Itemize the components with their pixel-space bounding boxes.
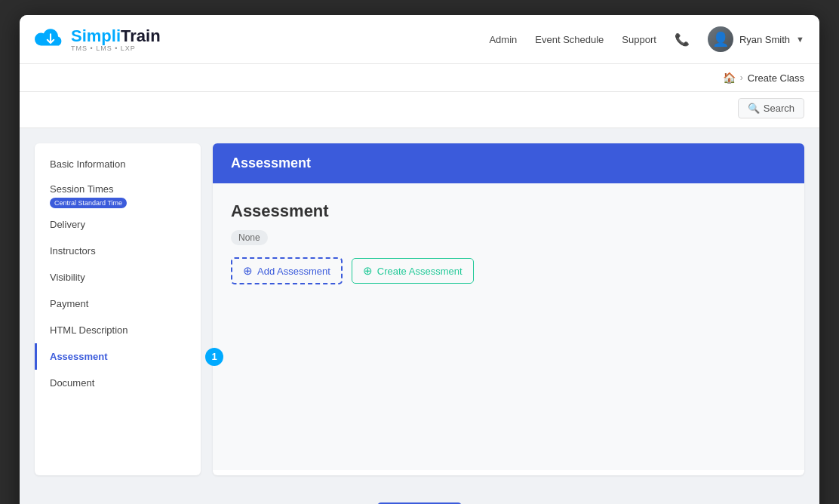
breadcrumb-current: Create Class — [748, 72, 804, 84]
plus-circle-green-icon: ⊕ — [363, 264, 373, 278]
badge-number: 1 — [205, 348, 223, 366]
section-title: Assessment — [231, 201, 786, 221]
support-link[interactable]: Support — [622, 34, 656, 45]
admin-link[interactable]: Admin — [489, 34, 517, 45]
logo-text-area: SimpliTrain TMS • LMS • LXP — [71, 26, 161, 52]
chevron-down-icon: ▼ — [796, 35, 804, 44]
avatar-image: 👤 — [708, 26, 733, 52]
search-icon: 🔍 — [748, 103, 760, 114]
content-header-title: Assessment — [231, 155, 311, 171]
breadcrumb-bar: 🏠 › Create Class — [20, 64, 819, 92]
sidebar-item-payment[interactable]: Payment — [35, 290, 201, 317]
breadcrumb-separator: › — [740, 72, 743, 83]
create-assessment-button[interactable]: ⊕ Create Assessment — [352, 258, 474, 284]
sidebar-item-basic-information[interactable]: Basic Information — [35, 151, 201, 177]
event-schedule-link[interactable]: Event Schedule — [535, 34, 604, 45]
sidebar-item-visibility[interactable]: Visibility — [35, 264, 201, 290]
create-assessment-label: Create Assessment — [377, 266, 463, 277]
sidebar-item-document[interactable]: Document — [35, 370, 201, 396]
main-content: Basic Information Session Times Central … — [20, 128, 819, 490]
search-label: Search — [764, 103, 794, 114]
sidebar: Basic Information Session Times Central … — [35, 143, 201, 475]
content-header: Assessment — [213, 143, 804, 183]
plus-circle-icon: ⊕ — [243, 264, 253, 278]
content-area: Assessment Assessment None ⊕ Add Assessm… — [213, 143, 804, 475]
search-button[interactable]: 🔍 Search — [738, 98, 804, 118]
logo-subtitle: TMS • LMS • LXP — [71, 45, 136, 52]
phone-icon[interactable]: 📞 — [675, 32, 690, 47]
avatar: 👤 — [708, 26, 733, 52]
sidebar-item-instructors[interactable]: Instructors — [35, 238, 201, 264]
user-name: Ryan Smith — [739, 34, 790, 45]
logo-title: SimpliTrain — [71, 26, 161, 46]
add-assessment-button[interactable]: ⊕ Add Assessment — [231, 257, 343, 284]
none-badge: None — [231, 230, 268, 245]
sidebar-item-assessment[interactable]: Assessment 1 — [35, 343, 201, 370]
content-body: Assessment None ⊕ Add Assessment ⊕ Creat… — [213, 183, 804, 470]
sidebar-item-session-times[interactable]: Session Times Central Standard Time — [35, 177, 201, 211]
add-assessment-label: Add Assessment — [257, 266, 330, 277]
search-bar-row: 🔍 Search — [20, 92, 819, 128]
nav-links: Admin Event Schedule Support 📞 👤 Ryan Sm… — [489, 26, 804, 52]
sidebar-item-delivery[interactable]: Delivery — [35, 211, 201, 238]
sidebar-item-html-description[interactable]: HTML Description — [35, 317, 201, 343]
navbar: SimpliTrain TMS • LMS • LXP Admin Event … — [20, 15, 819, 64]
user-menu[interactable]: 👤 Ryan Smith ▼ — [708, 26, 804, 52]
logo-area: SimpliTrain TMS • LMS • LXP — [35, 26, 161, 52]
footer-bar: Save — [20, 490, 819, 504]
home-icon[interactable]: 🏠 — [723, 72, 736, 84]
logo-cloud-icon — [35, 27, 66, 51]
assessment-actions: ⊕ Add Assessment ⊕ Create Assessment — [231, 257, 786, 284]
timezone-badge: Central Standard Time — [50, 198, 127, 208]
app-window: SimpliTrain TMS • LMS • LXP Admin Event … — [20, 15, 819, 504]
breadcrumb: 🏠 › Create Class — [723, 72, 804, 84]
